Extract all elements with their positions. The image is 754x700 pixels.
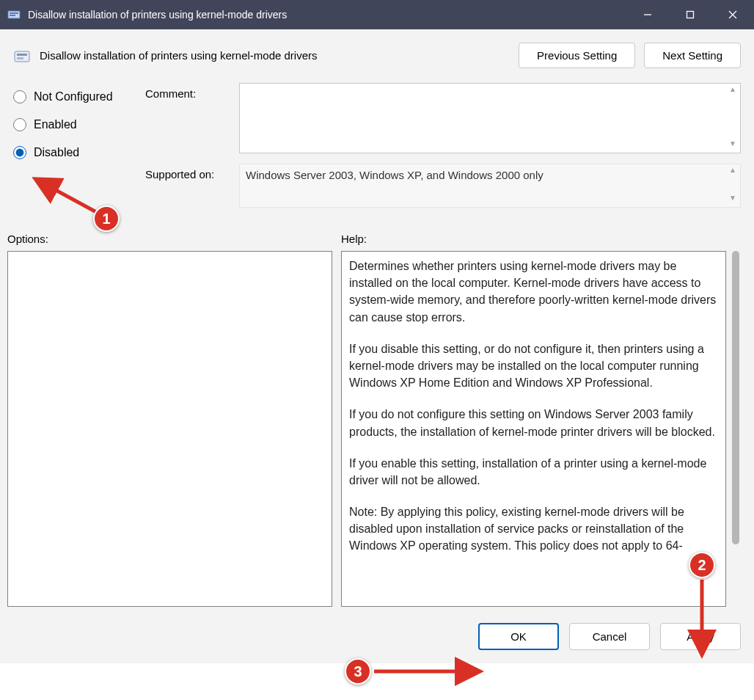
policy-title: Disallow installation of printers using …: [40, 49, 510, 62]
help-text-p1: Determines whether printers using kernel…: [349, 258, 718, 326]
apply-button[interactable]: Apply: [660, 623, 741, 650]
minimize-button[interactable]: [626, 0, 669, 29]
help-text-p3: If you do not configure this setting on …: [349, 406, 718, 440]
options-panel: [7, 251, 332, 607]
radio-disabled[interactable]: Disabled: [13, 146, 145, 159]
radio-disabled-input[interactable]: [13, 146, 26, 159]
policy-header: Disallow installation of printers using …: [0, 29, 754, 74]
supported-on-value: Windows Server 2003, Windows XP, and Win…: [246, 169, 543, 181]
comment-input[interactable]: ▲ ▼: [239, 83, 741, 153]
next-setting-button[interactable]: Next Setting: [644, 43, 741, 68]
radio-enabled-label: Enabled: [34, 118, 77, 131]
svg-rect-9: [17, 57, 23, 59]
svg-rect-1: [10, 12, 18, 14]
ok-button[interactable]: OK: [478, 623, 559, 650]
minimize-icon: [643, 10, 652, 19]
svg-rect-2: [10, 15, 15, 16]
help-scrollbar[interactable]: [731, 251, 741, 607]
window-title: Disallow installation of printers using …: [28, 9, 287, 21]
radio-not-configured-input[interactable]: [13, 90, 26, 103]
scroll-down-icon: ▼: [727, 139, 739, 151]
radio-enabled[interactable]: Enabled: [13, 118, 145, 131]
radio-not-configured-label: Not Configured: [34, 90, 113, 103]
scroll-down-icon: ▼: [727, 194, 739, 205]
state-radio-group: Not Configured Enabled Disabled: [13, 83, 145, 218]
supported-on-field: Windows Server 2003, Windows XP, and Win…: [239, 164, 741, 208]
close-icon: [728, 10, 737, 19]
maximize-icon: [686, 10, 695, 19]
cancel-button[interactable]: Cancel: [569, 623, 650, 650]
policy-icon: [13, 47, 31, 65]
close-button[interactable]: [711, 0, 754, 29]
radio-disabled-label: Disabled: [34, 146, 79, 159]
config-section: Not Configured Enabled Disabled Comment:…: [0, 74, 754, 218]
scroll-up-icon: ▲: [727, 85, 739, 97]
previous-setting-button[interactable]: Previous Setting: [519, 43, 635, 68]
help-section-label: Help:: [341, 233, 367, 245]
help-scrollbar-thumb[interactable]: [732, 251, 739, 544]
help-text-p4: If you enable this setting, installation…: [349, 455, 718, 489]
window-titlebar: Disallow installation of printers using …: [0, 0, 754, 29]
comment-label: Comment:: [145, 83, 239, 100]
radio-not-configured[interactable]: Not Configured: [13, 90, 145, 103]
panels: Determines whether printers using kernel…: [0, 251, 754, 607]
scroll-up-icon: ▲: [727, 166, 739, 178]
help-text-p2: If you disable this setting, or do not c…: [349, 340, 718, 392]
section-labels: Options: Help:: [0, 218, 754, 251]
dialog-footer: OK Cancel Apply: [0, 607, 754, 663]
svg-rect-8: [17, 54, 27, 56]
help-text-p5: Note: By applying this policy, existing …: [349, 503, 718, 555]
supported-on-label: Supported on:: [145, 164, 239, 181]
maximize-button[interactable]: [669, 0, 711, 29]
radio-enabled-input[interactable]: [13, 118, 26, 131]
svg-rect-4: [687, 12, 694, 18]
svg-rect-7: [15, 51, 29, 62]
app-icon: [7, 8, 21, 21]
help-panel: Determines whether printers using kernel…: [341, 251, 726, 607]
options-section-label: Options:: [7, 233, 341, 245]
